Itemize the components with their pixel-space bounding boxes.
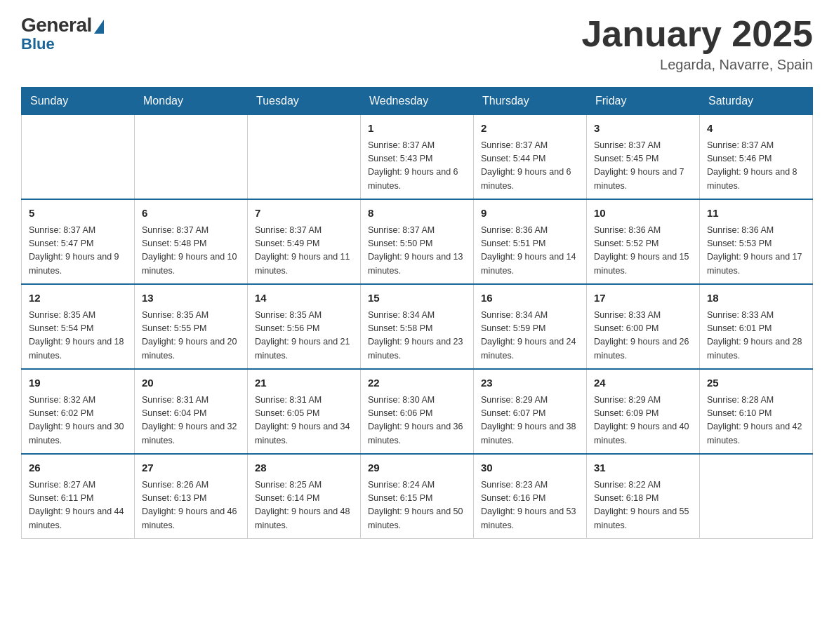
table-row: 11Sunrise: 8:36 AM Sunset: 5:53 PM Dayli… xyxy=(700,199,813,284)
logo-triangle-icon xyxy=(94,20,104,34)
day-number: 28 xyxy=(255,460,353,476)
day-number: 30 xyxy=(481,460,579,476)
day-info: Sunrise: 8:34 AM Sunset: 5:58 PM Dayligh… xyxy=(368,309,466,363)
day-info: Sunrise: 8:37 AM Sunset: 5:46 PM Dayligh… xyxy=(707,139,805,194)
day-number: 4 xyxy=(707,121,805,137)
day-number: 15 xyxy=(368,290,466,307)
day-number: 23 xyxy=(481,375,579,391)
table-row: 16Sunrise: 8:34 AM Sunset: 5:59 PM Dayli… xyxy=(474,284,587,369)
table-row: 10Sunrise: 8:36 AM Sunset: 5:52 PM Dayli… xyxy=(587,199,700,284)
day-number: 13 xyxy=(142,290,240,307)
day-number: 26 xyxy=(29,460,127,476)
table-row: 31Sunrise: 8:22 AM Sunset: 6:18 PM Dayli… xyxy=(587,454,700,539)
table-row xyxy=(135,115,248,200)
day-info: Sunrise: 8:31 AM Sunset: 6:04 PM Dayligh… xyxy=(142,394,240,448)
table-row: 29Sunrise: 8:24 AM Sunset: 6:15 PM Dayli… xyxy=(361,454,474,539)
table-row: 21Sunrise: 8:31 AM Sunset: 6:05 PM Dayli… xyxy=(248,369,361,454)
day-number: 1 xyxy=(368,121,466,137)
day-info: Sunrise: 8:36 AM Sunset: 5:52 PM Dayligh… xyxy=(594,224,692,279)
day-info: Sunrise: 8:33 AM Sunset: 6:01 PM Dayligh… xyxy=(707,309,805,363)
calendar-week-row: 1Sunrise: 8:37 AM Sunset: 5:43 PM Daylig… xyxy=(22,115,813,200)
day-info: Sunrise: 8:36 AM Sunset: 5:53 PM Dayligh… xyxy=(707,224,805,279)
table-row xyxy=(700,454,813,539)
month-title: January 2025 xyxy=(581,14,813,54)
day-number: 19 xyxy=(29,375,127,391)
col-thursday: Thursday xyxy=(474,88,587,115)
day-number: 9 xyxy=(481,206,579,222)
table-row: 28Sunrise: 8:25 AM Sunset: 6:14 PM Dayli… xyxy=(248,454,361,539)
col-monday: Monday xyxy=(135,88,248,115)
day-info: Sunrise: 8:22 AM Sunset: 6:18 PM Dayligh… xyxy=(594,478,692,533)
location-text: Legarda, Navarre, Spain xyxy=(581,57,813,73)
logo-general-text: General xyxy=(21,14,92,36)
day-number: 25 xyxy=(707,375,805,391)
table-row: 27Sunrise: 8:26 AM Sunset: 6:13 PM Dayli… xyxy=(135,454,248,539)
day-info: Sunrise: 8:25 AM Sunset: 6:14 PM Dayligh… xyxy=(255,478,353,533)
col-friday: Friday xyxy=(587,88,700,115)
day-info: Sunrise: 8:36 AM Sunset: 5:51 PM Dayligh… xyxy=(481,224,579,279)
day-info: Sunrise: 8:23 AM Sunset: 6:16 PM Dayligh… xyxy=(481,478,579,533)
day-number: 29 xyxy=(368,460,466,476)
page-header: General Blue January 2025 Legarda, Navar… xyxy=(21,14,813,73)
title-section: January 2025 Legarda, Navarre, Spain xyxy=(581,14,813,73)
calendar-week-row: 19Sunrise: 8:32 AM Sunset: 6:02 PM Dayli… xyxy=(22,369,813,454)
day-number: 11 xyxy=(707,206,805,222)
day-info: Sunrise: 8:37 AM Sunset: 5:50 PM Dayligh… xyxy=(368,224,466,279)
day-info: Sunrise: 8:35 AM Sunset: 5:55 PM Dayligh… xyxy=(142,309,240,363)
day-info: Sunrise: 8:31 AM Sunset: 6:05 PM Dayligh… xyxy=(255,394,353,448)
day-number: 7 xyxy=(255,206,353,222)
table-row: 3Sunrise: 8:37 AM Sunset: 5:45 PM Daylig… xyxy=(587,115,700,200)
table-row: 4Sunrise: 8:37 AM Sunset: 5:46 PM Daylig… xyxy=(700,115,813,200)
calendar-week-row: 5Sunrise: 8:37 AM Sunset: 5:47 PM Daylig… xyxy=(22,199,813,284)
day-info: Sunrise: 8:28 AM Sunset: 6:10 PM Dayligh… xyxy=(707,394,805,448)
day-info: Sunrise: 8:37 AM Sunset: 5:47 PM Dayligh… xyxy=(29,224,127,279)
calendar-table: Sunday Monday Tuesday Wednesday Thursday… xyxy=(21,87,813,539)
table-row: 26Sunrise: 8:27 AM Sunset: 6:11 PM Dayli… xyxy=(22,454,135,539)
day-number: 2 xyxy=(481,121,579,137)
logo: General Blue xyxy=(21,14,104,53)
day-number: 31 xyxy=(594,460,692,476)
day-number: 20 xyxy=(142,375,240,391)
table-row: 7Sunrise: 8:37 AM Sunset: 5:49 PM Daylig… xyxy=(248,199,361,284)
col-saturday: Saturday xyxy=(700,88,813,115)
calendar-header-row: Sunday Monday Tuesday Wednesday Thursday… xyxy=(22,88,813,115)
table-row: 17Sunrise: 8:33 AM Sunset: 6:00 PM Dayli… xyxy=(587,284,700,369)
table-row: 15Sunrise: 8:34 AM Sunset: 5:58 PM Dayli… xyxy=(361,284,474,369)
table-row: 9Sunrise: 8:36 AM Sunset: 5:51 PM Daylig… xyxy=(474,199,587,284)
day-info: Sunrise: 8:29 AM Sunset: 6:09 PM Dayligh… xyxy=(594,394,692,448)
table-row xyxy=(248,115,361,200)
day-info: Sunrise: 8:37 AM Sunset: 5:43 PM Dayligh… xyxy=(368,139,466,194)
day-info: Sunrise: 8:26 AM Sunset: 6:13 PM Dayligh… xyxy=(142,478,240,533)
col-tuesday: Tuesday xyxy=(248,88,361,115)
day-number: 17 xyxy=(594,290,692,307)
day-info: Sunrise: 8:29 AM Sunset: 6:07 PM Dayligh… xyxy=(481,394,579,448)
day-info: Sunrise: 8:37 AM Sunset: 5:49 PM Dayligh… xyxy=(255,224,353,279)
col-sunday: Sunday xyxy=(22,88,135,115)
day-number: 18 xyxy=(707,290,805,307)
table-row: 6Sunrise: 8:37 AM Sunset: 5:48 PM Daylig… xyxy=(135,199,248,284)
table-row: 22Sunrise: 8:30 AM Sunset: 6:06 PM Dayli… xyxy=(361,369,474,454)
day-info: Sunrise: 8:37 AM Sunset: 5:48 PM Dayligh… xyxy=(142,224,240,279)
table-row: 13Sunrise: 8:35 AM Sunset: 5:55 PM Dayli… xyxy=(135,284,248,369)
day-number: 3 xyxy=(594,121,692,137)
table-row: 5Sunrise: 8:37 AM Sunset: 5:47 PM Daylig… xyxy=(22,199,135,284)
day-info: Sunrise: 8:33 AM Sunset: 6:00 PM Dayligh… xyxy=(594,309,692,363)
day-number: 10 xyxy=(594,206,692,222)
day-number: 22 xyxy=(368,375,466,391)
table-row: 8Sunrise: 8:37 AM Sunset: 5:50 PM Daylig… xyxy=(361,199,474,284)
table-row: 1Sunrise: 8:37 AM Sunset: 5:43 PM Daylig… xyxy=(361,115,474,200)
day-info: Sunrise: 8:35 AM Sunset: 5:54 PM Dayligh… xyxy=(29,309,127,363)
day-info: Sunrise: 8:37 AM Sunset: 5:44 PM Dayligh… xyxy=(481,139,579,194)
day-number: 27 xyxy=(142,460,240,476)
day-info: Sunrise: 8:35 AM Sunset: 5:56 PM Dayligh… xyxy=(255,309,353,363)
day-number: 12 xyxy=(29,290,127,307)
day-info: Sunrise: 8:24 AM Sunset: 6:15 PM Dayligh… xyxy=(368,478,466,533)
col-wednesday: Wednesday xyxy=(361,88,474,115)
table-row xyxy=(22,115,135,200)
day-number: 6 xyxy=(142,206,240,222)
day-info: Sunrise: 8:30 AM Sunset: 6:06 PM Dayligh… xyxy=(368,394,466,448)
day-info: Sunrise: 8:32 AM Sunset: 6:02 PM Dayligh… xyxy=(29,394,127,448)
table-row: 30Sunrise: 8:23 AM Sunset: 6:16 PM Dayli… xyxy=(474,454,587,539)
table-row: 14Sunrise: 8:35 AM Sunset: 5:56 PM Dayli… xyxy=(248,284,361,369)
day-number: 14 xyxy=(255,290,353,307)
